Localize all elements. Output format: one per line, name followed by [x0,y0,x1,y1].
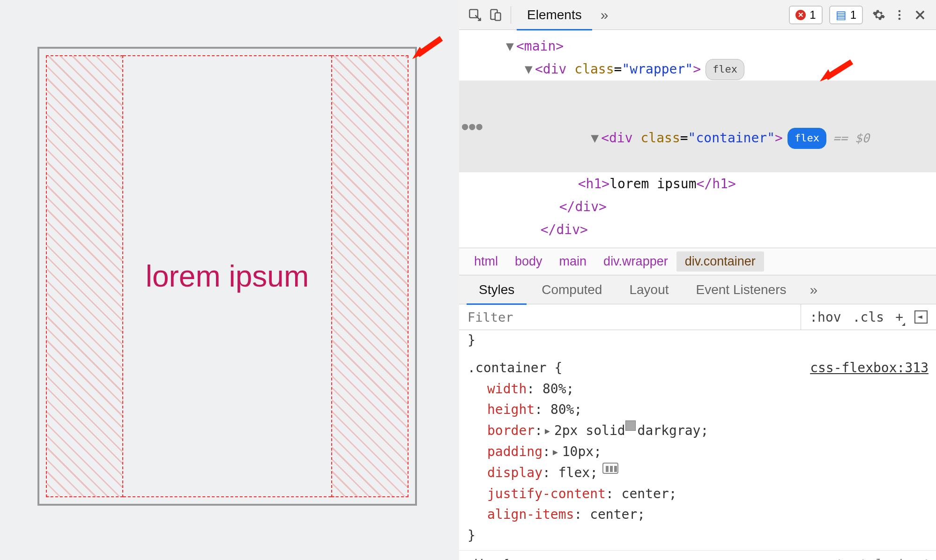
svg-point-5 [899,10,901,12]
errors-badge[interactable]: ✕ 1 [789,6,822,24]
hov-toggle[interactable]: :hov [810,309,841,325]
tab-event-listeners[interactable]: Event Listeners [684,275,799,304]
tab-layout[interactable]: Layout [617,275,681,304]
dom-node-wrapper[interactable]: ▼<div class="wrapper">flex [459,58,936,81]
tab-styles[interactable]: Styles [467,275,527,304]
css-selector: .container [468,360,547,376]
device-toggle-icon[interactable] [486,6,505,24]
dom-node-div-close-2[interactable]: </div> [459,218,936,241]
inspect-icon[interactable] [466,6,484,24]
messages-count: 1 [850,8,856,22]
preview-heading: lorem ipsum [146,259,309,294]
messages-badge[interactable]: ▤ 1 [829,6,863,24]
errors-count: 1 [810,8,816,22]
decl-display[interactable]: display: flex; [468,463,928,484]
breadcrumb-body[interactable]: body [506,251,551,272]
flex-editor-icon[interactable] [602,463,618,474]
svg-rect-4 [495,13,501,20]
message-icon: ▤ [836,8,847,22]
color-swatch-icon[interactable] [625,420,636,431]
decl-align-items[interactable]: align-items: center; [468,504,928,525]
decl-padding[interactable]: padding:▸10px; [468,442,928,463]
dom-node-h1[interactable]: <h1>lorem ipsum</h1> [459,172,936,195]
decl-justify-content[interactable]: justify-content: center; [468,484,928,505]
ua-stylesheet-label: user agent stylesheet [763,554,929,560]
more-tabs-icon[interactable]: » [594,7,615,23]
css-rules-panel: } css-flexbox:313 .container { width: 80… [459,330,936,560]
breadcrumb-wrapper[interactable]: div.wrapper [595,251,676,272]
console-ref: == $0 [833,131,869,145]
breadcrumb-container[interactable]: div.container [676,251,764,272]
css-selector: div [468,557,491,560]
toolbar-divider [511,6,511,24]
flex-free-space-left [46,55,123,497]
shorthand-expand-icon[interactable]: ▸ [542,420,554,442]
new-rule-icon[interactable]: + [895,309,903,325]
rendered-page-preview: lorem ipsum [0,0,459,560]
breadcrumb: html body main div.wrapper div.container [459,248,936,275]
devtools-panel: Elements » ✕ 1 ▤ 1 ▼<main> ▼<div class="… [459,0,936,560]
close-icon[interactable] [911,6,929,24]
computed-toggle-icon[interactable] [914,310,928,324]
styles-filter-input[interactable] [459,304,801,330]
rule-close-stray: } [459,330,936,354]
cls-toggle[interactable]: .cls [853,309,884,325]
breadcrumb-html[interactable]: html [466,251,506,272]
flex-badge-active[interactable]: flex [787,128,826,149]
decl-width[interactable]: width: 80%; [468,379,928,400]
css-rule-container[interactable]: css-flexbox:313 .container { width: 80%;… [459,354,936,551]
error-icon: ✕ [795,10,806,20]
dom-node-container[interactable]: ●●● ▼<div class="container">flex== $0 [459,81,936,172]
decl-height[interactable]: height: 80%; [468,399,928,420]
annotation-arrow-right [815,57,857,85]
container-element-outline: lorem ipsum [37,47,417,506]
svg-point-6 [899,14,901,16]
selection-dots-icon: ●●● [462,118,483,136]
styles-filter-row: :hov .cls + [459,304,936,330]
css-rule-ua-div[interactable]: user agent stylesheet div { display: blo… [459,551,936,560]
annotation-arrow-left [409,34,446,62]
dom-tree[interactable]: ▼<main> ▼<div class="wrapper">flex ●●● ▼… [459,30,936,248]
breadcrumb-main[interactable]: main [551,251,595,272]
tab-computed[interactable]: Computed [529,275,614,304]
decl-border[interactable]: border:▸2px solid darkgray; [468,420,928,442]
svg-point-7 [899,17,901,20]
more-styletabs-icon[interactable]: » [802,282,826,298]
devtools-toolbar: Elements » ✕ 1 ▤ 1 [459,0,936,30]
settings-icon[interactable] [869,6,888,24]
kebab-menu-icon[interactable] [890,6,909,24]
svg-marker-1 [820,69,832,81]
dom-node-div-close-1[interactable]: </div> [459,195,936,218]
flex-free-space-right [331,55,409,497]
flex-overlay: lorem ipsum [46,55,409,497]
rule-source-link[interactable]: css-flexbox:313 [810,358,929,379]
shorthand-expand-icon[interactable]: ▸ [550,442,562,463]
flex-badge[interactable]: flex [706,59,744,80]
dom-node-main[interactable]: ▼<main> [459,35,936,58]
styles-subpanel-tabs: Styles Computed Layout Event Listeners » [459,275,936,304]
tab-elements[interactable]: Elements [517,0,592,30]
